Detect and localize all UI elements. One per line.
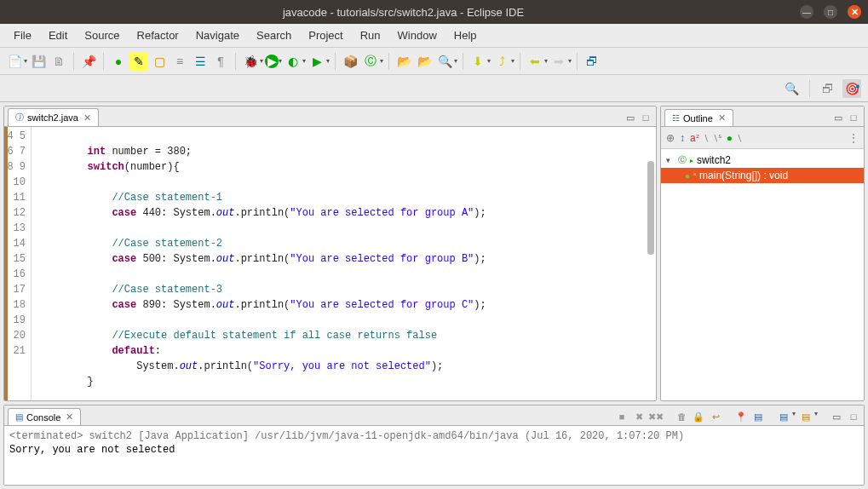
close-icon[interactable]: ✕ bbox=[718, 112, 726, 124]
new-icon[interactable]: 📄 bbox=[5, 52, 24, 71]
new-console-icon[interactable]: ▤ bbox=[799, 410, 813, 423]
console-tabs: ▤ Console ✕ ■ ✖ ✖✖ 🗑 🔒 ↩ 📍 ▤ ▤▾ ▤▾ ▭ bbox=[4, 406, 864, 426]
menu-run[interactable]: Run bbox=[352, 26, 389, 45]
console-tab-label: Console bbox=[26, 412, 60, 423]
pin-icon[interactable]: 📌 bbox=[79, 52, 98, 71]
dropdown-arrow-icon[interactable]: ▾ bbox=[326, 57, 330, 65]
toolbar-separator bbox=[73, 53, 74, 70]
menu-source[interactable]: Source bbox=[76, 26, 128, 45]
step-icon[interactable]: ⬇ bbox=[468, 52, 487, 71]
menu-refactor[interactable]: Refactor bbox=[129, 26, 187, 45]
window-close-button[interactable]: ✕ bbox=[848, 5, 861, 19]
remove-launch-icon[interactable]: ✖ bbox=[632, 410, 646, 423]
dropdown-arrow-icon[interactable]: ▾ bbox=[279, 57, 282, 65]
menu-help[interactable]: Help bbox=[445, 26, 486, 45]
dropdown-arrow-icon[interactable]: ▾ bbox=[260, 57, 263, 65]
outline-icon: ☷ bbox=[672, 113, 680, 123]
menu-window[interactable]: Window bbox=[389, 26, 445, 45]
maximize-view-icon[interactable]: □ bbox=[847, 410, 860, 423]
sort-icon[interactable]: ↕ bbox=[680, 132, 685, 144]
dropdown-arrow-icon[interactable]: ▾ bbox=[454, 57, 457, 65]
open-task-icon[interactable]: 📂 bbox=[415, 52, 434, 71]
view-menu-icon[interactable]: ⋮ bbox=[848, 132, 859, 144]
editor-panel-toolbar: ▭ □ bbox=[624, 111, 652, 126]
window-minimize-button[interactable]: — bbox=[800, 5, 813, 19]
focus-icon[interactable]: ⊕ bbox=[666, 132, 675, 144]
save-all-icon[interactable]: 🗎 bbox=[49, 52, 68, 71]
menu-edit[interactable]: Edit bbox=[40, 26, 76, 45]
pin-console-icon[interactable]: 📍 bbox=[734, 410, 748, 423]
back-icon[interactable]: ⬅ bbox=[526, 52, 544, 71]
dropdown-arrow-icon[interactable]: ▾ bbox=[487, 57, 491, 65]
outline-tabs: ☷ Outline ✕ ▭ □ bbox=[661, 106, 864, 127]
window-maximize-button[interactable]: □ bbox=[824, 5, 837, 19]
az-sort-icon[interactable]: aᶻ bbox=[690, 132, 699, 144]
clear-console-icon[interactable]: 🗑 bbox=[675, 410, 688, 423]
hide-fields-icon[interactable]: ⧵ bbox=[704, 132, 709, 144]
display-console-icon[interactable]: ▤ bbox=[751, 410, 765, 423]
debug-icon[interactable]: 🐞 bbox=[241, 52, 260, 71]
remove-all-icon[interactable]: ✖✖ bbox=[649, 410, 663, 423]
close-icon[interactable]: ✕ bbox=[83, 112, 91, 124]
dropdown-arrow-icon[interactable]: ▾ bbox=[814, 410, 818, 423]
outline-class-row[interactable]: ▾ Ⓒ ▸ switch2 bbox=[661, 152, 864, 168]
dropdown-arrow-icon[interactable]: ▾ bbox=[511, 57, 514, 65]
window-title: javacode - tutorials/src/switch2.java - … bbox=[7, 6, 800, 19]
java-perspective-icon[interactable]: 🎯 bbox=[842, 79, 861, 98]
pilcrow-icon[interactable]: ¶ bbox=[211, 52, 230, 71]
run-last-icon[interactable]: ▶ bbox=[308, 52, 326, 71]
console-tab[interactable]: ▤ Console ✕ bbox=[8, 408, 81, 425]
highlight-icon[interactable]: ✎ bbox=[129, 52, 148, 71]
code-area[interactable]: int number = 380; switch(number){ //Case… bbox=[32, 127, 656, 400]
dropdown-arrow-icon[interactable]: ▾ bbox=[544, 57, 548, 65]
block-icon[interactable]: ▢ bbox=[150, 52, 169, 71]
scrollbar-thumb[interactable] bbox=[647, 161, 654, 255]
minimize-view-icon[interactable]: ▭ bbox=[624, 111, 637, 124]
hide-nonpublic-icon[interactable]: ● bbox=[727, 132, 733, 144]
window-controls: — □ ✕ bbox=[800, 5, 861, 19]
menu-project[interactable]: Project bbox=[300, 26, 351, 45]
menu-navigate[interactable]: Navigate bbox=[187, 26, 248, 45]
new-package-icon[interactable]: 📦 bbox=[341, 52, 359, 71]
open-perspective-icon[interactable]: 🗗 bbox=[819, 79, 837, 98]
dropdown-arrow-icon[interactable]: ▾ bbox=[568, 57, 572, 65]
perspective-icon[interactable]: 🗗 bbox=[583, 52, 601, 71]
dropdown-arrow-icon[interactable]: ▾ bbox=[380, 57, 383, 65]
step-over-icon[interactable]: ⤴ bbox=[492, 52, 511, 71]
console-output[interactable]: <terminated> switch2 [Java Application] … bbox=[4, 426, 864, 485]
save-icon[interactable]: 💾 bbox=[29, 52, 48, 71]
editor-body[interactable]: 4 5 6 7 8 9 10 11 12 13 14 15 16 17 18 1… bbox=[4, 127, 656, 400]
hide-local-icon[interactable]: ⧵ bbox=[738, 132, 742, 144]
debug-marker-icon[interactable]: ● bbox=[109, 52, 128, 71]
open-console-icon[interactable]: ▤ bbox=[777, 410, 790, 423]
search-icon[interactable]: 🔍 bbox=[435, 52, 454, 71]
window-titlebar: javacode - tutorials/src/switch2.java - … bbox=[0, 0, 868, 24]
scroll-lock-icon[interactable]: 🔒 bbox=[692, 410, 705, 423]
close-icon[interactable]: ✕ bbox=[66, 411, 73, 423]
format-icon[interactable]: ≡ bbox=[170, 52, 189, 71]
hide-static-icon[interactable]: ⧵ˢ bbox=[714, 132, 721, 144]
word-wrap-icon[interactable]: ↩ bbox=[709, 410, 722, 423]
minimize-view-icon[interactable]: ▭ bbox=[830, 410, 843, 423]
forward-icon[interactable]: ➡ bbox=[549, 52, 568, 71]
method-icon: ● bbox=[685, 171, 690, 181]
quick-search-icon[interactable]: 🔍 bbox=[782, 79, 801, 98]
line-icon[interactable]: ☰ bbox=[191, 52, 210, 71]
maximize-view-icon[interactable]: □ bbox=[847, 111, 860, 124]
open-type-icon[interactable]: 📂 bbox=[394, 52, 413, 71]
new-class-icon[interactable]: Ⓒ bbox=[361, 52, 380, 71]
minimize-view-icon[interactable]: ▭ bbox=[831, 111, 845, 124]
menu-search[interactable]: Search bbox=[248, 26, 300, 45]
coverage-icon[interactable]: ◐ bbox=[284, 52, 302, 71]
maximize-view-icon[interactable]: □ bbox=[639, 111, 652, 124]
terminate-icon[interactable]: ■ bbox=[615, 410, 629, 423]
dropdown-arrow-icon[interactable]: ▾ bbox=[792, 410, 796, 423]
outline-method-row[interactable]: ● ˢ main(String[]) : void bbox=[661, 168, 864, 183]
menu-file[interactable]: File bbox=[5, 26, 40, 45]
outline-tab[interactable]: ☷ Outline ✕ bbox=[664, 109, 733, 126]
dropdown-arrow-icon[interactable]: ▾ bbox=[302, 57, 306, 65]
collapse-icon[interactable]: ▾ bbox=[666, 156, 675, 164]
dropdown-arrow-icon[interactable]: ▾ bbox=[24, 57, 27, 65]
editor-tab-switch2[interactable]: Ⓙ switch2.java ✕ bbox=[8, 108, 99, 126]
run-icon[interactable]: ▶ bbox=[265, 55, 279, 68]
